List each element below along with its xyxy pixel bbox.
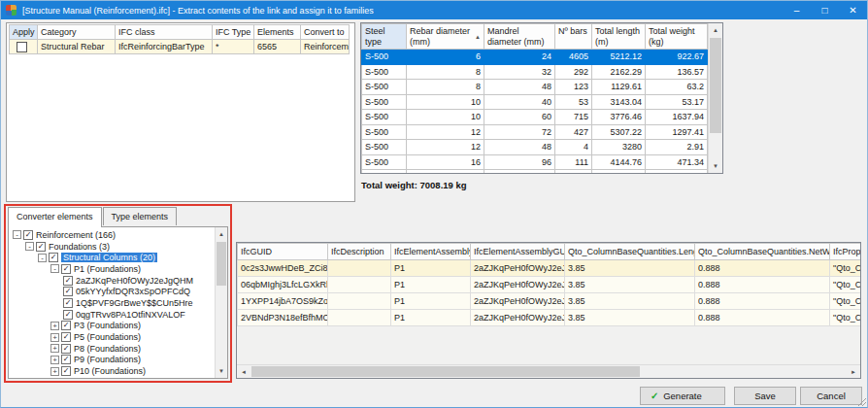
tab-converter-elements[interactable]: Converter elements <box>8 207 102 227</box>
tree-checkbox[interactable]: ✓ <box>23 230 33 240</box>
tree-checkbox[interactable]: ✓ <box>63 298 73 308</box>
rebar-row[interactable]: S-5008322922162.29136.57 <box>362 64 708 80</box>
elements-column-header[interactable]: IfcGUID <box>238 244 328 260</box>
collapse-icon[interactable]: - <box>13 230 21 239</box>
mapping-column-header[interactable]: Convert to <box>301 25 350 40</box>
elements-column-header[interactable]: Qto_ColumnBaseQuantities.NetWeight <box>695 244 830 260</box>
tree-checkbox[interactable]: ✓ <box>61 344 71 354</box>
rebar-column-header[interactable]: Steel type <box>362 24 407 50</box>
rebar-column-header[interactable]: Nº bars <box>555 24 592 50</box>
rebar-column-header[interactable]: Mandrel diameter (mm) <box>484 24 555 50</box>
tree-item[interactable]: -✓Foundations (3) <box>11 241 214 253</box>
tree-checkbox[interactable]: ✓ <box>61 366 71 376</box>
tree-item-label: Foundations (3) <box>49 242 110 252</box>
generate-button[interactable]: ✓ Generate <box>640 387 725 405</box>
mapping-column-header[interactable]: IFC class <box>116 25 213 40</box>
rebar-cell: 1297.41 <box>646 124 708 140</box>
expand-icon[interactable]: + <box>50 367 59 376</box>
close-icon[interactable]: ✕ <box>839 1 867 19</box>
rebar-column-header[interactable]: Total length (m) <box>592 24 646 50</box>
rebar-row[interactable]: S-5008481231129.6163.2 <box>362 80 708 95</box>
save-button[interactable]: Save <box>734 387 796 405</box>
window-controls: – □ ✕ <box>783 1 867 19</box>
rebar-row[interactable]: S-50062446055212.12922.67 <box>362 50 708 65</box>
expand-icon[interactable]: + <box>50 378 59 379</box>
tree-item-label: 1Q$PVF9GrBweY$$CUn5Hre <box>76 298 193 308</box>
collapse-icon[interactable]: - <box>38 254 47 262</box>
scroll-right-icon[interactable]: ► <box>847 365 860 379</box>
elements-row[interactable]: 06qbMIghj3LfcLGXkRhDvDP12aZJKqPeH0fOWyJ2… <box>238 277 862 293</box>
tab-type-elements[interactable]: Type elements <box>103 207 178 225</box>
tree-checkbox[interactable]: ✓ <box>63 287 73 296</box>
tree-item[interactable]: +✓P8 (Foundations) <box>11 343 214 355</box>
tree-item[interactable]: -✓Reinforcement (166) <box>11 229 214 241</box>
rebar-row[interactable]: S-50016961114144.76471.34 <box>362 154 708 170</box>
expand-icon[interactable]: + <box>50 356 59 364</box>
tree-checkbox[interactable]: ✓ <box>36 242 46 252</box>
elements-column-header[interactable]: IfcElementAssemblyGUID <box>471 244 565 260</box>
elements-row[interactable]: 0c2s3JwwHDeB_ZCi8IPHq$P12aZJKqPeH0fOWyJ2… <box>238 260 862 277</box>
tree-item[interactable]: +✓P10 (Foundations) <box>11 365 214 377</box>
elements-column-header[interactable]: IfcPrope <box>830 244 862 260</box>
scroll-up-icon[interactable]: ▲ <box>709 23 722 37</box>
mapping-column-header[interactable]: IFC Type <box>213 25 254 40</box>
minimize-icon[interactable]: – <box>783 1 811 19</box>
tree-checkbox[interactable]: ✓ <box>61 332 71 342</box>
rebar-row[interactable]: S-5001040533143.0453.17 <box>362 94 708 110</box>
elements-column-header[interactable]: Qto_ColumnBaseQuantities.Length <box>565 244 695 260</box>
scrollbar-thumb[interactable] <box>710 38 721 133</box>
tree-checkbox[interactable]: ✓ <box>49 253 58 262</box>
rebar-cell: S-500 <box>362 140 407 155</box>
expand-icon[interactable]: + <box>50 322 59 330</box>
elements-row[interactable]: 2VBNdP3N18efBfhMOe3oT_P12aZJKqPeH0fOWyJ2… <box>238 310 862 326</box>
tree-item[interactable]: +✓P5 (Foundations) <box>11 331 214 343</box>
tree-item[interactable]: ✓05kYYyfxfDQR3xSpOPFCdQ <box>11 286 214 297</box>
rebar-cell: S-500 <box>362 124 407 140</box>
rebar-row[interactable]: S-50010607153776.461637.94 <box>362 110 708 125</box>
apply-checkbox[interactable] <box>17 42 27 52</box>
expand-icon[interactable]: + <box>50 333 59 342</box>
title-bar[interactable]: [Structure Manual (Reinforcement).ifc] -… <box>1 1 867 19</box>
mapping-row[interactable]: Structural RebarIfcReinforcingBarType*65… <box>10 40 350 54</box>
expand-icon[interactable]: + <box>50 344 59 353</box>
rebar-row[interactable]: S-50012724275307.221297.41 <box>362 124 708 140</box>
tree-checkbox[interactable]: ✓ <box>61 264 71 274</box>
tree-checkbox[interactable]: ✓ <box>61 378 71 379</box>
elements-horizontal-scrollbar[interactable]: ◄ ► <box>237 364 860 378</box>
rebar-row[interactable]: S-5001248432802.91 <box>362 140 708 155</box>
tree-item[interactable]: ✓0qgTRvv8PA1OtfiNXVALOF <box>11 309 214 321</box>
tree-item[interactable]: -✓Structural Columns (20) <box>11 252 214 263</box>
mapping-column-header[interactable]: Apply <box>10 25 38 40</box>
rebar-column-header[interactable]: Total weight (kg) <box>646 24 708 50</box>
tree-checkbox[interactable]: ✓ <box>61 321 71 330</box>
maximize-icon[interactable]: □ <box>811 1 839 19</box>
cancel-button[interactable]: Cancel <box>800 387 862 405</box>
tree-checkbox[interactable]: ✓ <box>63 310 73 320</box>
tree-item[interactable]: +✓P2 (Foundations) <box>11 377 214 379</box>
scroll-down-icon[interactable]: ▼ <box>709 159 722 173</box>
elements-cell: 0.888 <box>695 260 830 277</box>
tree-item[interactable]: -✓P1 (Foundations) <box>11 263 214 275</box>
scroll-up-icon[interactable]: ▲ <box>216 227 227 241</box>
elements-row[interactable]: 1YXPP14jbA7OS9kZonGKyXP12aZJKqPeH0fOWyJ2… <box>238 293 862 310</box>
scroll-left-icon[interactable]: ◄ <box>237 365 250 379</box>
scroll-down-icon[interactable]: ▼ <box>216 364 227 378</box>
collapse-icon[interactable]: - <box>50 264 59 273</box>
tree-item[interactable]: +✓P3 (Foundations) <box>11 321 214 332</box>
elements-column-header[interactable]: IfcElementAssembly <box>391 244 471 260</box>
tree-checkbox[interactable]: ✓ <box>61 355 71 364</box>
tree-checkbox[interactable]: ✓ <box>63 276 73 286</box>
tree-vertical-scrollbar[interactable]: ▲ ▼ <box>215 227 227 378</box>
collapse-icon[interactable]: - <box>25 242 34 251</box>
mapping-column-header[interactable]: Elements <box>254 25 301 40</box>
tree-item[interactable]: ✓2aZJKqPeH0fOWyJ2eJgQHM <box>11 275 214 287</box>
tree-item[interactable]: ✓1Q$PVF9GrBweY$$CUn5Hre <box>11 297 214 309</box>
scrollbar-thumb[interactable] <box>251 366 640 377</box>
elements-column-header[interactable]: IfcDescription <box>328 244 391 260</box>
rebar-vertical-scrollbar[interactable]: ▲ ▼ <box>708 23 722 173</box>
scrollbar-thumb[interactable] <box>217 242 226 286</box>
rebar-column-header[interactable]: Rebar diameter (mm)▲ <box>407 24 484 50</box>
tree-item[interactable]: +✓P9 (Foundations) <box>11 355 214 366</box>
rebar-row[interactable]: S-500201201322658.53744.88 <box>362 170 708 175</box>
mapping-column-header[interactable]: Category <box>38 25 116 40</box>
